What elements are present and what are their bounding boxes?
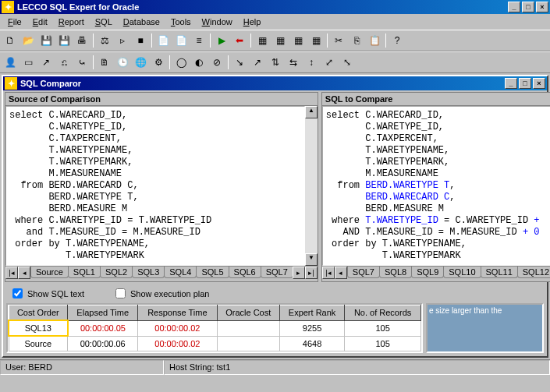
tool2-b5-icon[interactable]: 🗎 [96, 54, 113, 71]
tool2-b14-icon[interactable]: ⇅ [267, 54, 284, 71]
menu-file[interactable]: File [3, 16, 27, 28]
comparor-close-button[interactable]: × [533, 78, 545, 89]
tool2-b13-icon[interactable]: ↗ [249, 54, 266, 71]
tool-copy-icon[interactable]: ⎘ [348, 32, 365, 49]
tool2-clock-icon[interactable]: 🕒 [114, 54, 131, 71]
col-records[interactable]: No. of Records [345, 305, 421, 321]
tab-nav-last[interactable]: ▸| [305, 267, 318, 279]
tool2-b8-icon[interactable]: ⚙ [150, 54, 167, 71]
tool2-b3-icon[interactable]: ⎌ [55, 54, 73, 71]
tab-sql8[interactable]: SQL8 [379, 267, 412, 278]
menu-edit[interactable]: Edit [28, 16, 52, 28]
source-scrollbar[interactable]: ▲ ▼ [305, 106, 318, 266]
statusbar: User: BERD Host String: tst1 [0, 359, 550, 375]
tool-run-icon[interactable]: ▶ [213, 32, 230, 49]
tool-help-icon[interactable]: ? [389, 32, 406, 49]
minimize-button[interactable]: _ [508, 2, 520, 12]
close-button[interactable]: × [536, 2, 548, 12]
tab-sql2[interactable]: SQL2 [100, 267, 133, 278]
tool2-b17-icon[interactable]: ⤢ [321, 54, 338, 71]
maximize-button[interactable]: □ [522, 2, 534, 12]
compare-sql[interactable]: select C.WARECARD_ID, C.WARETYPE_ID, C.T… [322, 106, 550, 266]
tab-sql6[interactable]: SQL6 [229, 267, 261, 278]
tab-source[interactable]: Source [30, 266, 69, 278]
col-response[interactable]: Response Time [138, 305, 217, 321]
menu-help[interactable]: Help [239, 16, 266, 28]
tool2-b4-icon[interactable]: ⤿ [73, 54, 90, 71]
toolbar-1: 🗋 📂 💾 💾 🖶 ⚖ ▹ ■ 📄 📄 ≡ ▶ ⬅ ▦ ▦ ▦ ▦ ✂ ⎘ 📋 … [0, 30, 550, 51]
tab-sql7[interactable]: SQL7 [261, 267, 293, 278]
source-panel: Source of Comparison select C.WARECARD_I… [5, 92, 318, 282]
tool-grid3-icon[interactable]: ▦ [289, 32, 307, 49]
tool-compare-icon[interactable]: ⚖ [96, 32, 113, 49]
col-expert-rank[interactable]: Expert Rank [279, 305, 344, 321]
tool2-b18-icon[interactable]: ⤡ [339, 54, 356, 71]
tab-nav-prev[interactable]: ◂ [335, 267, 347, 279]
comparor-max-button[interactable]: □ [519, 78, 531, 89]
tool2-b2-icon[interactable]: ↗ [37, 54, 55, 71]
source-panel-title: Source of Comparison [9, 94, 101, 104]
tab-sql3[interactable]: SQL3 [132, 267, 165, 278]
app-title: LECCO SQL Expert for Oracle [17, 2, 508, 12]
scroll-down-icon[interactable]: ▼ [305, 253, 318, 266]
tab-sql11[interactable]: SQL11 [481, 267, 518, 278]
tool2-b15-icon[interactable]: ⇆ [285, 54, 302, 71]
tool2-b1-icon[interactable]: ▭ [20, 54, 37, 71]
menu-database[interactable]: Database [119, 16, 165, 28]
tool-doc2-icon[interactable]: 📄 [172, 32, 190, 49]
menu-sql[interactable]: SQL [90, 16, 117, 28]
tool2-b16-icon[interactable]: ↕ [303, 54, 320, 71]
tool2-world-icon[interactable]: 🌐 [132, 54, 149, 71]
tool-exit-icon[interactable]: ⬅ [231, 32, 248, 49]
tab-nav-first[interactable]: |◂ [5, 267, 18, 279]
scroll-up-icon[interactable]: ▲ [305, 106, 318, 118]
menu-tools[interactable]: Tools [166, 16, 196, 28]
tool-print-icon[interactable]: 🖶 [73, 32, 90, 49]
comparor-window: ✦ SQL Comparor _ □ × Source of Compariso… [2, 75, 548, 358]
tab-sql7b[interactable]: SQL7 [347, 267, 380, 278]
tool-grid1-icon[interactable]: ▦ [254, 32, 271, 49]
col-elapsed[interactable]: Elapsed Time [68, 305, 138, 321]
tool-new-icon[interactable]: 🗋 [2, 32, 19, 49]
tool-stop-icon[interactable]: ■ [132, 32, 149, 49]
tab-sql1[interactable]: SQL1 [68, 267, 101, 278]
tab-nav-first[interactable]: |◂ [322, 267, 335, 279]
side-note: e size larger than the [426, 303, 544, 353]
tool-save-icon[interactable]: 💾 [37, 32, 55, 49]
col-cost-order[interactable]: Cost Order [9, 305, 68, 321]
tool-list-icon[interactable]: ≡ [190, 32, 208, 49]
tab-sql9[interactable]: SQL9 [411, 267, 444, 278]
table-row[interactable]: Source 00:00:00.06 00:00:00.02 4648 105 [9, 336, 421, 351]
tool-paste-icon[interactable]: 📋 [366, 32, 383, 49]
tool2-user-icon[interactable]: 👤 [2, 54, 19, 71]
menu-window[interactable]: Window [197, 16, 237, 28]
results-grid[interactable]: Cost Order Elapsed Time Response Time Or… [6, 303, 423, 353]
tab-sql5[interactable]: SQL5 [196, 267, 229, 278]
app-titlebar: ✦ LECCO SQL Expert for Oracle _ □ × [0, 0, 550, 14]
comparor-min-button[interactable]: _ [505, 78, 517, 89]
show-sql-checkbox[interactable]: Show SQL text [12, 288, 84, 298]
menubar: File Edit Report SQL Database Tools Wind… [0, 14, 550, 30]
source-sql[interactable]: select C.WARECARD_ID, C.WARETYPE_ID, C.T… [5, 106, 305, 266]
tool-saveas-icon[interactable]: 💾 [55, 32, 73, 49]
menu-report[interactable]: Report [54, 16, 89, 28]
table-row[interactable]: SQL13 00:00:00.05 00:00:00.02 9255 105 [9, 320, 421, 336]
options-row: Show SQL text Show execution plan [3, 284, 547, 303]
tool-cut-icon[interactable]: ✂ [330, 32, 347, 49]
col-oracle-cost[interactable]: Oracle Cost [217, 305, 279, 321]
tab-sql4[interactable]: SQL4 [164, 267, 197, 278]
tool2-b11-icon[interactable]: ⊘ [208, 54, 225, 71]
show-plan-checkbox[interactable]: Show execution plan [115, 288, 210, 298]
tab-sql10[interactable]: SQL10 [443, 267, 481, 278]
tool-grid2-icon[interactable]: ▦ [271, 32, 289, 49]
tab-nav-next[interactable]: ▸ [293, 267, 305, 279]
tool2-b12-icon[interactable]: ↘ [231, 54, 248, 71]
tool-grid4-icon[interactable]: ▦ [307, 32, 325, 49]
tool-execute-icon[interactable]: ▹ [114, 32, 131, 49]
tool2-b9-icon[interactable]: ◯ [172, 54, 190, 71]
tab-nav-prev[interactable]: ◂ [18, 267, 30, 279]
tool-doc1-icon[interactable]: 📄 [154, 32, 172, 49]
tool2-b10-icon[interactable]: ◐ [190, 54, 208, 71]
tab-sql12[interactable]: SQL12 [517, 267, 550, 278]
tool-open-icon[interactable]: 📂 [20, 32, 37, 49]
